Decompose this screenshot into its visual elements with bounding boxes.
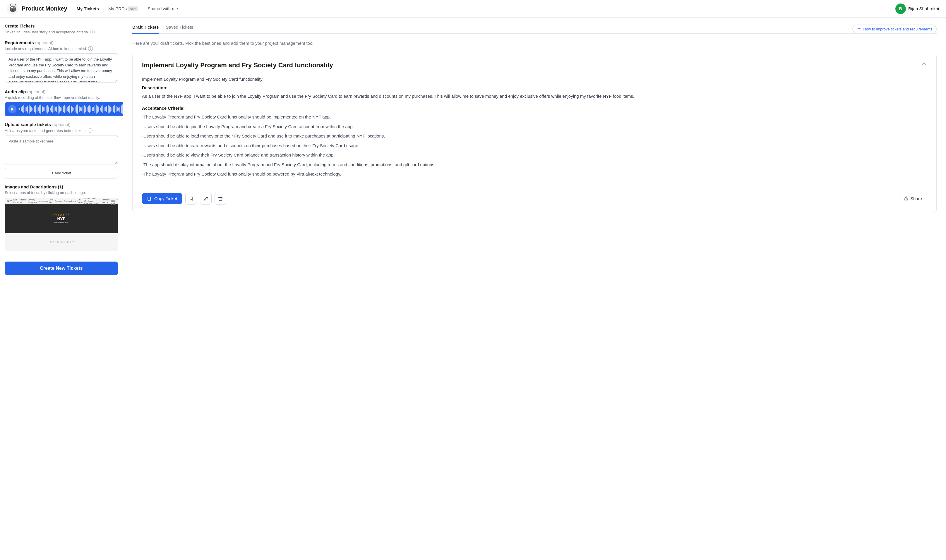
svg-point-6 [14,7,14,8]
criteria-2: -Users should be able to load money onto… [142,132,927,140]
create-tickets-info-icon[interactable]: i [90,29,95,34]
audio-row: 00:01 🗑 [5,102,118,116]
share-icon [904,196,909,201]
waveform [19,105,123,114]
image-preview[interactable]: NYF Our FoodPromo KitLoyalty ProgramLoca… [5,198,118,251]
upload-sample-sublabel: AI learns your taste and generates bette… [5,128,118,133]
draft-description: Here are your draft tickets. Pick the be… [132,41,937,46]
improve-button[interactable]: How to improve tickets and requirements [852,25,937,33]
edit-icon-button[interactable] [200,193,212,205]
svg-rect-14 [148,197,151,200]
ticket-collapse-button[interactable] [921,61,927,68]
requirements-section: Requirements (optional) Include any requ… [5,40,118,83]
beta-badge: Beta [128,6,138,11]
create-tickets-sublabel: Ticket includes user story and acceptanc… [5,29,118,34]
criteria-4: -Users should be able to view their Fry … [142,151,927,160]
criteria-3: -Users should be able to earn rewards an… [142,142,927,150]
user-info: B Bijan Shahrokhi [895,3,939,14]
ticket-description: As a user of the NYF app, I want to be a… [142,92,927,100]
ticket-title: Implement Loyalty Program and Fry Societ… [142,61,921,70]
requirements-textarea[interactable]: As a user of the NYF app, I want to be a… [5,53,118,83]
trash-icon [218,196,223,201]
layout: Create Tickets Ticket includes user stor… [0,18,946,560]
tabs: Draft Tickets Saved Tickets How to impro… [132,25,937,34]
avatar[interactable]: B [895,3,906,14]
audio-optional: (optional) [27,89,46,94]
save-icon-button[interactable] [185,193,197,205]
nav-my-prds[interactable]: My PRDs [108,6,127,11]
delete-ticket-button[interactable] [214,193,226,205]
requirements-label: Requirements (optional) [5,40,118,45]
main-content: Draft Tickets Saved Tickets How to impro… [123,18,946,560]
acceptance-label: Acceptance Criteria: [142,106,927,111]
tab-saved[interactable]: Saved Tickets [166,25,193,34]
share-button[interactable]: Share [899,193,927,204]
edit-icon [203,196,208,201]
ticket-actions-left: Copy Ticket [142,193,226,205]
criteria-6: -The Loyalty Program and Fry Society Car… [142,170,927,178]
chevron-up-icon [921,61,927,67]
create-tickets-label: Create Tickets [5,23,118,28]
logo-icon [7,3,19,15]
play-button[interactable] [8,105,16,113]
images-label: Images and Descriptions (1) [5,184,118,189]
svg-rect-11 [111,203,112,205]
description-label: Description: [142,85,927,90]
improve-icon [857,27,861,31]
tabs-right: How to improve tickets and requirements [852,25,937,33]
nav-shared[interactable]: Shared with me [148,6,178,11]
svg-rect-9 [111,200,112,202]
requirements-info-icon[interactable]: i [88,46,93,51]
nav-my-tickets[interactable]: My Tickets [77,6,99,11]
images-section: Images and Descriptions (1) Select areas… [5,184,118,251]
ticket-header: Implement Loyalty Program and Fry Societ… [142,61,927,70]
sample-textarea[interactable] [5,135,118,165]
play-icon [11,108,14,111]
user-name: Bijan Shahrokhi [908,6,939,11]
upload-sample-label: Upload sample tickets (optional) [5,122,118,127]
images-sublabel: Select areas of focus by clicking on eac… [5,191,118,195]
copy-icon [147,196,152,201]
ticket-card: Implement Loyalty Program and Fry Societ… [132,53,937,213]
image-second-row: FRY SOCIETY [5,233,118,251]
requirements-sublabel: Include any requirements AI has to keep … [5,46,118,51]
svg-point-7 [12,8,14,10]
criteria-0: -The Loyalty Program and Fry Society Car… [142,113,927,122]
audio-section: Audio clip (optional) A quick recording … [5,89,118,116]
svg-point-5 [12,7,12,8]
svg-marker-8 [11,108,14,111]
svg-rect-10 [113,200,115,202]
add-ticket-button[interactable]: + Add ticket [5,168,118,178]
svg-rect-15 [219,197,222,200]
copy-ticket-button[interactable]: Copy Ticket [142,193,182,204]
upload-optional: (optional) [52,122,71,127]
criteria-1: -Users should be able to join the Loyalt… [142,123,927,131]
image-mock-nav: NYF Our FoodPromo KitLoyalty ProgramLoca… [5,198,118,204]
audio-player: 00:01 [5,102,123,116]
tab-draft[interactable]: Draft Tickets [132,25,159,34]
ticket-criteria: -The Loyalty Program and Fry Society Car… [142,113,927,178]
image-grid-icon[interactable] [111,200,115,206]
image-mock-content: LOYALTY NYF PROGRAM [5,204,118,233]
nav-my-prds-wrapper: My PRDs Beta [108,6,138,11]
audio-sublabel: A quick recording of the user flow impro… [5,95,118,100]
logo[interactable]: Product Monkey [7,3,67,15]
sidebar: Create Tickets Ticket includes user stor… [0,18,123,560]
nav: My Tickets My PRDs Beta Shared with me [77,6,886,11]
header: Product Monkey My Tickets My PRDs Beta S… [0,0,946,18]
ticket-actions: Copy Ticket Share [142,187,927,205]
upload-info-icon[interactable]: i [88,128,92,133]
bookmark-icon [189,196,194,201]
requirements-optional: (optional) [35,40,54,45]
svg-rect-12 [113,203,115,205]
audio-label: Audio clip (optional) [5,89,118,94]
create-tickets-section: Create Tickets Ticket includes user stor… [5,23,118,34]
criteria-5: -The app should display information abou… [142,161,927,169]
logo-text: Product Monkey [22,5,67,12]
ticket-subtitle: Implement Loyalty Program and Fry Societ… [142,77,927,82]
image-mock: NYF Our FoodPromo KitLoyalty ProgramLoca… [5,198,118,233]
upload-sample-section: Upload sample tickets (optional) AI lear… [5,122,118,178]
create-new-tickets-button[interactable]: Create New Tickets [5,262,118,275]
